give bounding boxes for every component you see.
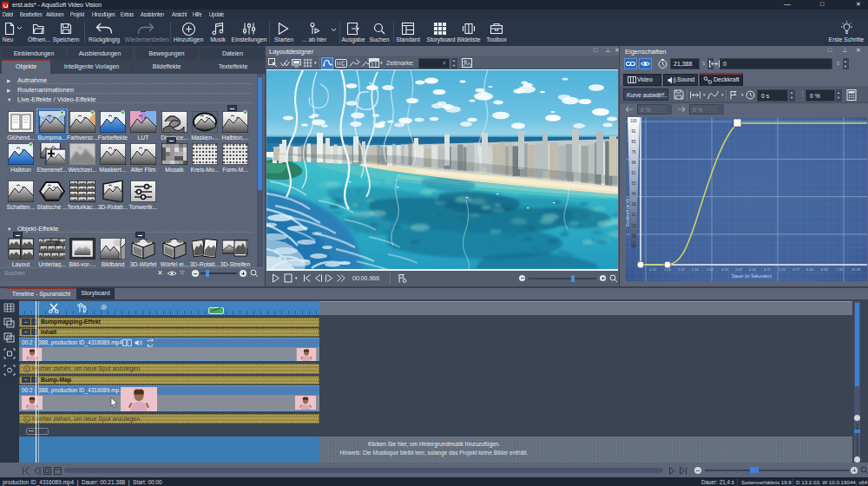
svg-text:Deckkraft (in %): Deckkraft (in %): [626, 199, 630, 227]
svg-text:83: 83: [631, 140, 636, 144]
svg-text:6.82: 6.82: [821, 267, 829, 272]
svg-text:6.30: 6.30: [806, 267, 814, 272]
svg-text:91: 91: [631, 129, 636, 134]
svg-text:3.15: 3.15: [721, 267, 729, 272]
svg-text:4.20: 4.20: [749, 267, 757, 272]
svg-text:16: 16: [631, 234, 636, 239]
svg-text:31: 31: [631, 213, 636, 217]
svg-text:3.67: 3.67: [735, 267, 743, 272]
svg-text:2.62: 2.62: [707, 267, 714, 272]
svg-text:21.39: 21.39: [852, 267, 861, 272]
svg-text:5.77: 5.77: [792, 267, 800, 272]
svg-text:68: 68: [631, 161, 636, 165]
svg-text:23: 23: [631, 224, 636, 228]
svg-text:5.25: 5.25: [779, 267, 786, 272]
svg-text:76: 76: [631, 150, 636, 154]
svg-text:7.35: 7.35: [836, 267, 844, 272]
svg-text:2.10: 2.10: [692, 267, 700, 272]
svg-text:61: 61: [631, 171, 636, 175]
svg-text:4.72: 4.72: [764, 267, 772, 272]
svg-text:1.57: 1.57: [678, 267, 686, 272]
svg-text:38: 38: [631, 202, 636, 207]
svg-text:Dauer (in Sekunden): Dauer (in Sekunden): [732, 273, 772, 279]
svg-text:53: 53: [631, 181, 636, 186]
svg-text:0.52: 0.52: [649, 267, 657, 272]
svg-text:100: 100: [630, 119, 637, 123]
svg-text:46: 46: [631, 192, 636, 196]
